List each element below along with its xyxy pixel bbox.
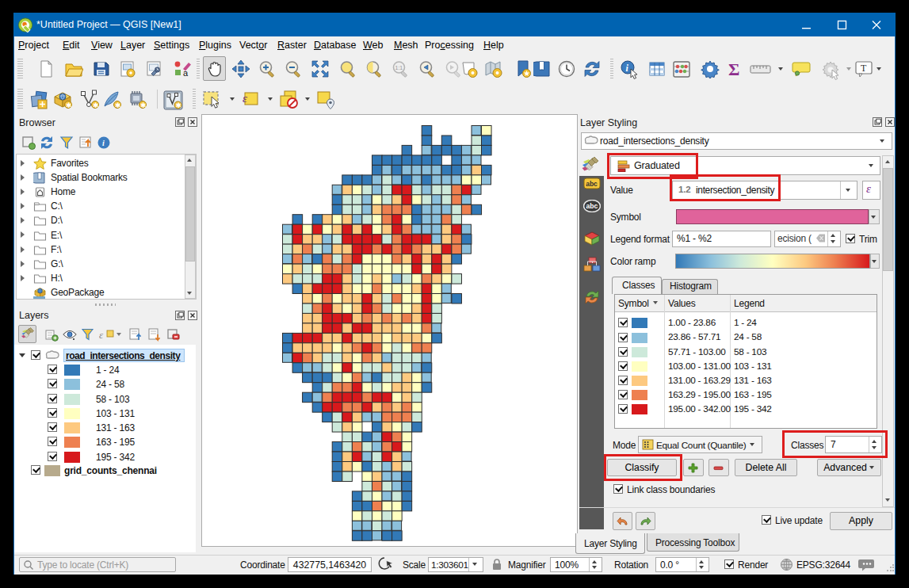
svg-text:✱: ✱ bbox=[176, 101, 182, 109]
svg-text:Σ: Σ bbox=[728, 59, 739, 78]
svg-text:✱: ✱ bbox=[140, 101, 147, 109]
svg-text:✱: ✱ bbox=[93, 101, 99, 109]
svg-text:i: i bbox=[102, 139, 105, 147]
svg-text:1:1: 1:1 bbox=[395, 65, 403, 71]
svg-text:abc: abc bbox=[586, 202, 598, 210]
svg-text:ε: ε bbox=[99, 329, 104, 341]
svg-text:✱: ✱ bbox=[66, 101, 72, 109]
svg-text:ε: ε bbox=[243, 92, 247, 105]
svg-text:abc: abc bbox=[586, 180, 598, 188]
svg-text:a: a bbox=[183, 68, 189, 78]
svg-text:✱: ✱ bbox=[115, 101, 121, 109]
svg-text:T: T bbox=[861, 63, 867, 74]
